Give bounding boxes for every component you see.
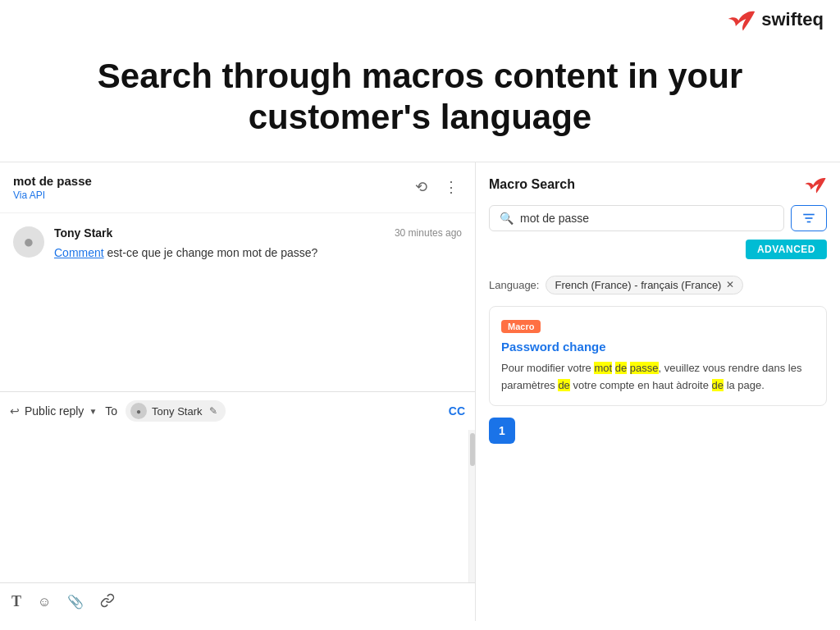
reply-type-label: Public reply <box>25 404 84 418</box>
format-toolbar: T ☺ 📎 <box>0 582 475 621</box>
hero-title: Search through macros content in your cu… <box>66 56 774 139</box>
search-input-wrapper[interactable]: 🔍 <box>489 205 784 231</box>
swifteq-macro-logo-icon <box>804 176 827 194</box>
search-box: 🔍 <box>489 205 827 231</box>
recipient-avatar-icon: ● <box>136 407 141 416</box>
ticket-title: mot de passe <box>13 174 92 188</box>
ticket-title-area: mot de passe Via API <box>13 174 92 201</box>
avatar: ● <box>13 226 44 258</box>
top-bar: swifteq <box>0 0 840 39</box>
macro-header: Macro Search <box>489 176 827 194</box>
search-icon: 🔍 <box>500 212 514 225</box>
language-label: Language: <box>489 279 539 291</box>
highlight-mot: mot <box>594 362 612 374</box>
ticket-actions: ⟲ ⋮ <box>412 175 462 199</box>
remove-language-icon[interactable]: ✕ <box>726 279 734 290</box>
attachment-button[interactable]: 📎 <box>66 592 85 611</box>
language-filter: Language: French (France) - français (Fr… <box>489 276 827 294</box>
emoji-icon: ☺ <box>38 595 51 609</box>
recipient-badge[interactable]: ● Tony Stark ✎ <box>126 400 225 422</box>
to-label: To <box>105 404 117 418</box>
highlight-passe: passe <box>630 362 659 374</box>
recipient-avatar: ● <box>130 403 147 419</box>
macro-panel: Macro Search 🔍 ADVANCED Language: <box>476 162 840 621</box>
recipient-name: Tony Stark <box>152 405 202 418</box>
macro-panel-title: Macro Search <box>489 177 575 192</box>
highlight-de1: de <box>615 362 627 374</box>
filter-button[interactable] <box>791 205 827 231</box>
highlighted-word: Comment <box>54 246 104 259</box>
message: ● Tony Stark 30 minutes ago Comment est-… <box>13 226 462 262</box>
pagination: 1 <box>489 418 827 444</box>
history-button[interactable]: ⟲ <box>412 175 431 199</box>
ticket-subtitle: Via API <box>13 189 92 201</box>
user-avatar-icon: ● <box>23 231 34 253</box>
link-icon <box>100 593 115 608</box>
message-content: Tony Stark 30 minutes ago Comment est-ce… <box>54 226 462 262</box>
logo-area: swifteq <box>727 8 824 31</box>
search-input[interactable] <box>520 212 774 225</box>
advanced-button[interactable]: ADVANCED <box>746 240 827 259</box>
text-format-icon: T <box>11 593 21 609</box>
highlight-de3: de <box>712 379 724 391</box>
logo-text: swifteq <box>761 9 824 30</box>
highlight-de2: de <box>558 379 569 391</box>
macro-result-card: Macro Password change Pour modifier votr… <box>489 306 827 407</box>
page-1-button[interactable]: 1 <box>489 418 515 444</box>
filter-icon <box>801 212 816 225</box>
text-format-button[interactable]: T <box>10 591 23 612</box>
macro-name[interactable]: Password change <box>501 340 815 354</box>
reply-arrow-icon: ↩ <box>10 404 20 418</box>
reply-bar: ↩ Public reply ▼ To ● Tony Stark ✎ CC <box>0 391 475 430</box>
more-options-button[interactable]: ⋮ <box>441 175 462 199</box>
message-timestamp: 30 minutes ago <box>395 227 462 239</box>
more-icon: ⋮ <box>444 178 459 196</box>
scrollbar-thumb <box>470 433 475 466</box>
ticket-header: mot de passe Via API ⟲ ⋮ <box>0 162 475 213</box>
chevron-down-icon: ▼ <box>89 407 97 416</box>
edit-recipient-icon[interactable]: ✎ <box>209 405 217 417</box>
scrollbar[interactable] <box>468 430 475 582</box>
macro-type-badge: Macro <box>501 320 541 333</box>
reply-input-area[interactable] <box>0 430 475 582</box>
language-value: French (France) - français (France) <box>555 279 721 291</box>
hero-section: Search through macros content in your cu… <box>0 39 840 162</box>
cc-button[interactable]: CC <box>449 404 465 418</box>
language-badge[interactable]: French (France) - français (France) ✕ <box>546 276 743 294</box>
swifteq-bird-icon <box>727 8 756 31</box>
reply-type-button[interactable]: ↩ Public reply ▼ <box>10 404 97 418</box>
link-button[interactable] <box>98 591 116 613</box>
ticket-panel: mot de passe Via API ⟲ ⋮ ● Tony Stark <box>0 162 476 621</box>
paperclip-icon: 📎 <box>67 595 84 609</box>
history-icon: ⟲ <box>415 178 427 196</box>
message-meta: Tony Stark 30 minutes ago <box>54 226 462 240</box>
emoji-button[interactable]: ☺ <box>36 593 52 611</box>
message-text: Comment est-ce que je change mon mot de … <box>54 244 462 262</box>
macro-body: Pour modifier votre mot de passe, veuill… <box>501 360 815 395</box>
main-container: mot de passe Via API ⟲ ⋮ ● Tony Stark <box>0 162 840 621</box>
message-area: ● Tony Stark 30 minutes ago Comment est-… <box>0 213 475 392</box>
sender-name: Tony Stark <box>54 226 112 240</box>
